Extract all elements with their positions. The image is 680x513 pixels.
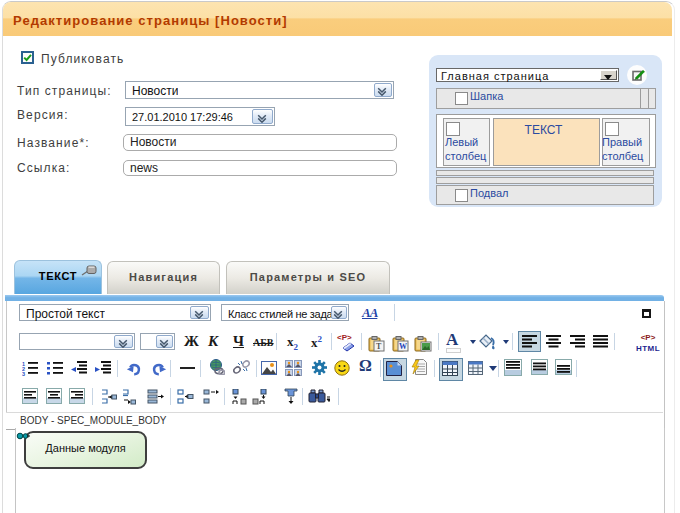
svg-text:3: 3	[22, 371, 25, 376]
svg-text:W: W	[399, 342, 407, 351]
svg-text:<P>: <P>	[337, 333, 352, 342]
svg-text:T: T	[376, 342, 382, 351]
